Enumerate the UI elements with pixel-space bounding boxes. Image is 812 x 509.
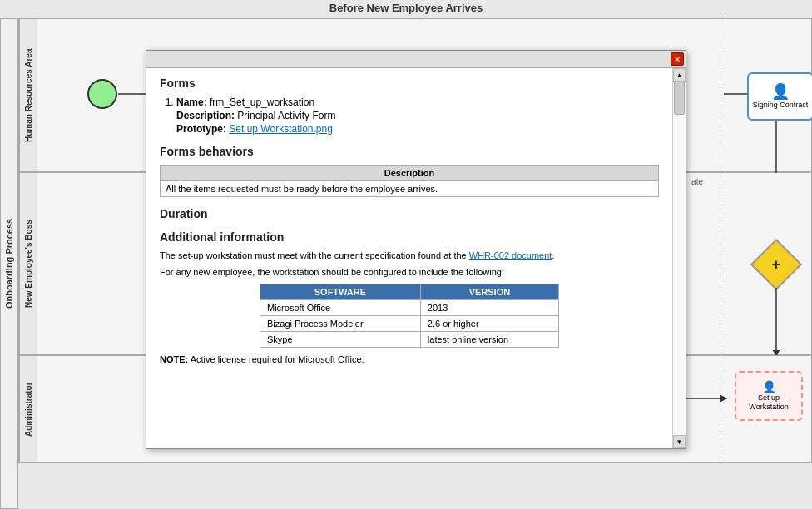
- forms-section-title: Forms: [160, 77, 659, 90]
- software-name-3: Skype: [260, 332, 421, 348]
- form-list-item: Name: frm_Set_up_worksation Description:…: [176, 96, 659, 135]
- form-list: Name: frm_Set_up_worksation Description:…: [176, 96, 659, 135]
- signing-contract-icon: 👤: [771, 82, 790, 101]
- canvas: Before New Employee Arrives Onboarding P…: [0, 0, 812, 509]
- software-row-2: Bizagi Process Modeler 2.6 or higher: [260, 316, 559, 332]
- gateway-label: +: [755, 244, 797, 285]
- signing-contract-node[interactable]: 👤 Signing Contract: [743, 69, 812, 123]
- additional-para1-text: The set-up workstation must meet with th…: [160, 250, 467, 260]
- ate-text: ate: [691, 177, 703, 186]
- form-prototype-field: Prototype: Set up Workstation.png: [176, 123, 659, 135]
- description-table: Description All the items requested must…: [160, 165, 659, 197]
- dashed-vline-hr: [720, 19, 720, 171]
- version-header: VERSION: [420, 284, 558, 300]
- prototype-link[interactable]: Set up Workstation.png: [229, 123, 333, 135]
- form-description-field: Description: Principal Activity Form: [176, 110, 659, 121]
- process-label: Onboarding Process: [0, 18, 18, 509]
- modal-close-button[interactable]: ✕: [671, 52, 684, 66]
- software-version-3: latest online version: [420, 332, 558, 348]
- duration-title: Duration: [160, 207, 659, 220]
- setup-workstation-node[interactable]: 👤 Set up Workstation: [735, 371, 803, 421]
- forms-behaviors-title: Forms behaviors: [160, 145, 659, 158]
- forms-behaviors-section: Forms behaviors Description All the item…: [160, 145, 659, 197]
- scrollbar-down-button[interactable]: ▼: [673, 435, 686, 448]
- name-label: Name:: [176, 96, 207, 108]
- signing-contract-label: Signing Contract: [753, 101, 809, 110]
- dashed-vline-boss: [720, 173, 720, 354]
- description-label: Description:: [176, 110, 235, 121]
- additional-section: Additional information The set-up workst…: [160, 230, 659, 364]
- gateway-node: +: [755, 244, 797, 285]
- modal-body: Forms Name: frm_Set_up_worksation Descri…: [146, 68, 672, 448]
- name-value: frm_Set_up_worksation: [210, 96, 314, 108]
- modal-scrollbar: ▲ ▼: [672, 68, 686, 448]
- modal-titlebar: ✕: [146, 51, 686, 68]
- software-header: SOFTWARE: [260, 284, 421, 300]
- scrollbar-track[interactable]: [673, 82, 686, 435]
- prototype-label: Prototype:: [176, 123, 226, 135]
- additional-title: Additional information: [160, 230, 659, 244]
- desc-table-row: All the items requested must be ready be…: [161, 181, 659, 197]
- setup-workstation-icon: 👤: [762, 380, 776, 393]
- scrollbar-thumb[interactable]: [674, 82, 685, 115]
- description-value: Principal Activity Form: [237, 110, 335, 121]
- desc-table-header: Description: [161, 166, 659, 181]
- additional-para1-end: .: [552, 250, 554, 260]
- dashed-vline-admin: [720, 356, 720, 462]
- duration-section: Duration: [160, 207, 659, 220]
- whr-link[interactable]: WHR-002 document: [469, 250, 552, 260]
- diagram-title: Before New Employee Arrives: [0, 2, 812, 14]
- start-circle: [87, 79, 117, 109]
- start-event: [87, 79, 117, 109]
- software-row-1: Microsoft Office 2013: [260, 300, 559, 316]
- lane-admin-label: Administrator: [19, 356, 37, 462]
- modal-dialog: ✕ Forms Name: frm_Set_up_worksation Desc…: [146, 50, 686, 449]
- lane-hr-label: Human Resources Area: [19, 19, 37, 171]
- note-label: NOTE:: [160, 354, 188, 364]
- software-row-3: Skype latest online version: [260, 332, 559, 348]
- note-content: Active license required for Microsoft Of…: [191, 354, 364, 364]
- scrollbar-up-button[interactable]: ▲: [673, 68, 686, 82]
- setup-workstation-label: Set up Workstation: [739, 393, 799, 412]
- software-version-2: 2.6 or higher: [420, 316, 558, 332]
- software-table: SOFTWARE VERSION Microsoft Office 2013 B…: [260, 284, 559, 348]
- lane-boss-label: New Employee's Boss: [19, 173, 37, 354]
- form-name-field: Name: frm_Set_up_worksation: [176, 96, 659, 108]
- software-version-1: 2013: [420, 300, 558, 316]
- software-name-1: Microsoft Office: [260, 300, 421, 316]
- software-name-2: Bizagi Process Modeler: [260, 316, 421, 332]
- additional-para2: For any new employee, the workstation sh…: [160, 267, 659, 277]
- additional-para1: The set-up workstation must meet with th…: [160, 250, 659, 260]
- note-text: NOTE: Active license required for Micros…: [160, 354, 659, 364]
